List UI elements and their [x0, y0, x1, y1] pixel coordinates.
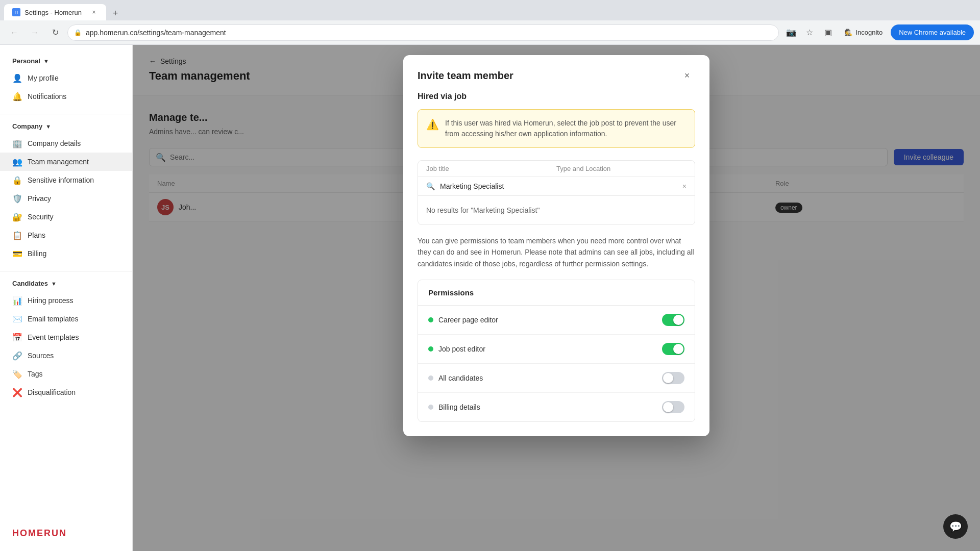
clear-search-icon[interactable]: ×	[682, 182, 687, 190]
notifications-icon: 🔔	[12, 91, 22, 102]
search-icon-small: 🔍	[426, 182, 435, 190]
sidebar-section-company-header[interactable]: Company ▼	[0, 118, 132, 134]
col-job-title: Job title	[426, 165, 556, 172]
incognito-icon: 🕵	[844, 29, 852, 36]
sidebar-item-security[interactable]: 🔐 Security	[0, 208, 132, 226]
new-chrome-button[interactable]: New Chrome available	[891, 24, 974, 40]
sidebar-item-label: Company details	[28, 139, 81, 147]
job-table-header: Job title Type and Location	[418, 161, 695, 177]
homerun-logo: HOMERUN	[12, 528, 120, 539]
reload-button[interactable]: ↻	[47, 24, 63, 41]
bookmark-icon[interactable]: ☆	[801, 24, 818, 41]
chevron-down-icon: ▼	[43, 58, 49, 64]
sidebar-item-label: Sources	[28, 352, 54, 360]
permission-dot-candidates	[428, 375, 433, 381]
sidebar-item-my-profile[interactable]: 👤 My profile	[0, 69, 132, 87]
permission-label-job: Job post editor	[438, 345, 485, 353]
permission-dot-billing	[428, 405, 433, 410]
col-type-location: Type and Location	[556, 165, 687, 172]
modal-body: Hired via job ⚠️ If this user was hired …	[403, 92, 709, 436]
incognito-label: Incognito	[855, 29, 883, 36]
sidebar-item-tags[interactable]: 🏷️ Tags	[0, 365, 132, 383]
sidebar-item-email-templates[interactable]: ✉️ Email templates	[0, 310, 132, 328]
permissions-section: Permissions Career page editor	[418, 280, 695, 422]
browser-window: H Settings - Homerun × + ← → ↻ 🔒 app.hom…	[0, 0, 980, 551]
chevron-down-icon: ▼	[51, 281, 57, 287]
job-search-input[interactable]	[440, 182, 677, 190]
toggle-thumb	[673, 344, 683, 354]
security-icon: 🔐	[12, 212, 22, 222]
sidebar-item-label: Privacy	[28, 194, 51, 203]
sidebar-item-sensitive-info[interactable]: 🔒 Sensitive information	[0, 171, 132, 189]
plans-icon: 📋	[12, 230, 22, 240]
sidebar-item-billing[interactable]: 💳 Billing	[0, 244, 132, 263]
event-templates-icon: 📅	[12, 332, 22, 342]
sidebar-item-label: Security	[28, 213, 54, 221]
warning-text: If this user was hired via Homerun, sele…	[445, 118, 687, 139]
close-tab-button[interactable]: ×	[90, 8, 98, 16]
sidebar-item-privacy[interactable]: 🛡️ Privacy	[0, 189, 132, 208]
address-bar[interactable]: 🔒 app.homerun.co/settings/team-managemen…	[67, 24, 779, 41]
sources-icon: 🔗	[12, 350, 22, 361]
sidebar-item-sources[interactable]: 🔗 Sources	[0, 346, 132, 365]
toggle-thumb	[673, 315, 683, 325]
chevron-down-icon: ▼	[45, 123, 51, 130]
sidebar-item-label: Team management	[28, 158, 89, 166]
candidates-label: Candidates	[12, 280, 48, 287]
permission-label-candidates: All candidates	[438, 374, 483, 382]
toggle-job-post-editor[interactable]	[662, 343, 684, 355]
sidebar-section-candidates-header[interactable]: Candidates ▼	[0, 276, 132, 291]
sidebar-section-candidates: Candidates ▼ 📊 Hiring process ✉️ Email t…	[0, 276, 132, 402]
sidebar-item-notifications[interactable]: 🔔 Notifications	[0, 87, 132, 106]
sidebar-item-company-details[interactable]: 🏢 Company details	[0, 134, 132, 153]
my-profile-icon: 👤	[12, 73, 22, 83]
job-search-row[interactable]: 🔍 ×	[418, 177, 695, 196]
camera-icon[interactable]: 📷	[783, 24, 799, 41]
app-content: Personal ▼ 👤 My profile 🔔 Notifications …	[0, 45, 980, 551]
toolbar-actions: 📷 ☆ ▣ 🕵 Incognito New Chrome available	[783, 24, 974, 41]
sidebar-divider-1	[0, 114, 132, 114]
toggle-all-candidates[interactable]	[662, 372, 684, 384]
address-text: app.homerun.co/settings/team-management	[86, 29, 226, 37]
company-details-icon: 🏢	[12, 138, 22, 148]
permissions-title: Permissions	[418, 280, 695, 306]
sidebar-item-label: Plans	[28, 231, 45, 239]
new-tab-button[interactable]: +	[108, 6, 122, 20]
company-label: Company	[12, 122, 42, 130]
toggle-career-page-editor[interactable]	[662, 314, 684, 326]
team-management-icon: 👥	[12, 157, 22, 167]
forward-button[interactable]: →	[27, 24, 43, 41]
sensitive-info-icon: 🔒	[12, 175, 22, 185]
sidebar-divider-2	[0, 271, 132, 271]
chat-icon: 💬	[949, 520, 962, 533]
permission-label-billing: Billing details	[438, 403, 480, 411]
modal-header: Invite team member ×	[403, 55, 709, 92]
permission-left: All candidates	[428, 374, 483, 382]
back-button[interactable]: ←	[6, 24, 22, 41]
sidebar-item-team-management[interactable]: 👥 Team management	[0, 153, 132, 171]
toggle-thumb	[663, 373, 673, 383]
sidebar-item-event-templates[interactable]: 📅 Event templates	[0, 328, 132, 346]
sidebar-item-label: My profile	[28, 74, 59, 82]
sidebar-item-plans[interactable]: 📋 Plans	[0, 226, 132, 244]
sidebar-item-label: Disqualification	[28, 388, 76, 396]
browser-tab[interactable]: H Settings - Homerun ×	[4, 4, 106, 20]
main-content: ← Settings Team management Manage te... …	[133, 45, 980, 551]
modal-overlay[interactable]: Invite team member × Hired via job ⚠️ If…	[133, 45, 980, 551]
disqualification-icon: ❌	[12, 387, 22, 397]
toggle-billing-details[interactable]	[662, 401, 684, 413]
incognito-button[interactable]: 🕵 Incognito	[838, 26, 889, 39]
personal-label: Personal	[12, 57, 40, 65]
permission-dot-job	[428, 346, 433, 352]
chat-button[interactable]: 💬	[943, 514, 968, 539]
permission-row-job-post-editor: Job post editor	[418, 335, 695, 364]
sidebar-item-hiring-process[interactable]: 📊 Hiring process	[0, 291, 132, 310]
hired-via-job-label: Hired via job	[418, 92, 695, 101]
sidebar-section-personal: Personal ▼ 👤 My profile 🔔 Notifications	[0, 53, 132, 106]
sidebar-item-disqualification[interactable]: ❌ Disqualification	[0, 383, 132, 402]
sidebar-section-personal-header[interactable]: Personal ▼	[0, 53, 132, 69]
permission-row-all-candidates: All candidates	[418, 364, 695, 393]
layout-icon[interactable]: ▣	[820, 24, 836, 41]
sidebar-item-label: Email templates	[28, 315, 79, 323]
modal-close-button[interactable]: ×	[679, 67, 695, 84]
